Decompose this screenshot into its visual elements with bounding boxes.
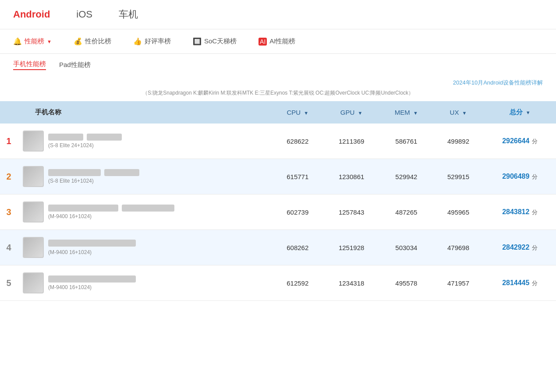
table-row[interactable]: 4(M-9400 16+1024)60826212519285030344796… <box>0 230 556 265</box>
mem-score: 495578 <box>380 265 433 301</box>
performance-icon: 🔔 <box>13 37 22 46</box>
mem-score: 586761 <box>380 124 433 159</box>
gpu-score: 1257843 <box>323 194 379 230</box>
cat-nav-soc[interactable]: 🔲 SoC天梯榜 <box>193 37 237 46</box>
ux-score: 499892 <box>433 124 484 159</box>
sub-nav-phone[interactable]: 手机性能榜 <box>13 60 46 70</box>
phone-spec: (M-9400 16+1024) <box>48 213 174 219</box>
gpu-score: 1234318 <box>323 265 379 301</box>
phone-spec: (S-8 Elite 24+1024) <box>48 142 122 148</box>
table-row[interactable]: 1(S-8 Elite 24+1024)62862212113695867614… <box>0 124 556 159</box>
value-icon: 💰 <box>74 37 82 46</box>
cpu-header[interactable]: CPU ▼ <box>272 101 323 124</box>
ux-sort-icon: ▼ <box>462 110 467 116</box>
category-navigation: 🔔 性能榜 ▼ 💰 性价比榜 👍 好评率榜 🔲 SoC天梯榜 AI AI性能榜 <box>0 29 556 54</box>
mem-sort-icon: ▼ <box>413 110 418 116</box>
detail-link[interactable]: 2024年10月Android设备性能榜详解 <box>453 79 543 86</box>
gpu-score: 1251928 <box>323 230 379 265</box>
ux-score: 479698 <box>433 230 484 265</box>
total-score: 2906489 分 <box>484 159 556 194</box>
phone-name-cell: (S-8 Elite 24+1024) <box>18 124 272 159</box>
soc-icon: 🔲 <box>193 37 202 46</box>
name-header: 手机名称 <box>18 101 272 124</box>
cat-nav-rating[interactable]: 👍 好评率榜 <box>133 37 171 46</box>
rank-cell: 3 <box>0 194 18 230</box>
total-sort-icon: ▼ <box>526 110 531 115</box>
phone-thumbnail <box>23 166 44 187</box>
chevron-down-icon: ▼ <box>47 39 52 44</box>
total-score: 2814445 分 <box>484 265 556 301</box>
mem-score: 487265 <box>380 194 433 230</box>
cat-nav-performance[interactable]: 🔔 性能榜 ▼ <box>13 37 52 46</box>
total-score: 2926644 分 <box>484 124 556 159</box>
phone-name-cell: (M-9400 16+1024) <box>18 194 272 230</box>
phone-name-cell: (M-9400 16+1024) <box>18 230 272 265</box>
mem-header[interactable]: MEM ▼ <box>380 101 433 124</box>
ux-score: 471957 <box>433 265 484 301</box>
rank-cell: 5 <box>0 265 18 301</box>
total-score: 2842922 分 <box>484 230 556 265</box>
cpu-score: 628622 <box>272 124 323 159</box>
phone-thumbnail <box>23 131 44 152</box>
cat-nav-performance-label: 性能榜 <box>25 37 44 46</box>
rank-header <box>0 101 18 124</box>
ranking-table: 手机名称 CPU ▼ GPU ▼ MEM ▼ UX ▼ 总 <box>0 101 556 301</box>
phone-spec: (S-8 Elite 16+1024) <box>48 178 139 184</box>
blurred-name <box>48 240 136 247</box>
rank-cell: 2 <box>0 159 18 194</box>
legend-text: （S:骁龙Snapdragon K:麒麟Kirin M:联发科MTK E:三星E… <box>0 88 556 101</box>
gpu-sort-icon: ▼ <box>358 110 363 116</box>
rating-icon: 👍 <box>133 37 142 46</box>
cpu-score: 615771 <box>272 159 323 194</box>
phone-name-cell: (M-9400 16+1024) <box>18 265 272 301</box>
blurred-name <box>104 169 139 176</box>
info-bar: 2024年10月Android设备性能榜详解 <box>0 76 556 88</box>
ai-icon: AI <box>259 38 267 46</box>
phone-thumbnail <box>23 272 44 293</box>
cat-nav-value-label: 性价比榜 <box>85 37 111 46</box>
blurred-name <box>48 169 101 176</box>
phone-spec: (M-9400 16+1024) <box>48 249 136 255</box>
table-header-row: 手机名称 CPU ▼ GPU ▼ MEM ▼ UX ▼ 总 <box>0 101 556 124</box>
ux-header[interactable]: UX ▼ <box>433 101 484 124</box>
phone-name-cell: (S-8 Elite 16+1024) <box>18 159 272 194</box>
phone-thumbnail <box>23 201 44 222</box>
sub-nav-pad[interactable]: Pad性能榜 <box>59 61 91 69</box>
phone-spec: (M-9400 16+1024) <box>48 284 136 290</box>
cpu-score: 612592 <box>272 265 323 301</box>
sub-navigation: 手机性能榜 Pad性能榜 <box>0 54 556 76</box>
mem-score: 503034 <box>380 230 433 265</box>
table-body: 1(S-8 Elite 24+1024)62862212113695867614… <box>0 124 556 301</box>
total-score: 2843812 分 <box>484 194 556 230</box>
ux-score: 495965 <box>433 194 484 230</box>
top-nav-car[interactable]: 车机 <box>119 8 138 21</box>
ux-score: 529915 <box>433 159 484 194</box>
top-nav-android[interactable]: Android <box>13 9 50 20</box>
top-nav-ios[interactable]: iOS <box>76 9 92 20</box>
table-row[interactable]: 3(M-9400 16+1024)60273912578434872654959… <box>0 194 556 230</box>
cat-nav-ai-label: AI性能榜 <box>269 37 295 46</box>
ranking-table-wrap: 手机名称 CPU ▼ GPU ▼ MEM ▼ UX ▼ 总 <box>0 101 556 314</box>
blurred-name <box>48 134 83 141</box>
table-row[interactable]: 5(M-9400 16+1024)61259212343184955784719… <box>0 265 556 301</box>
top-navigation: Android iOS 车机 <box>0 0 556 29</box>
blurred-name <box>48 275 136 283</box>
cpu-score: 602739 <box>272 194 323 230</box>
table-row[interactable]: 2(S-8 Elite 16+1024)61577112308615299425… <box>0 159 556 194</box>
rank-cell: 1 <box>0 124 18 159</box>
phone-thumbnail <box>23 237 44 258</box>
cpu-sort-icon: ▼ <box>304 110 308 116</box>
gpu-score: 1211369 <box>323 124 379 159</box>
gpu-header[interactable]: GPU ▼ <box>323 101 379 124</box>
rank-cell: 4 <box>0 230 18 265</box>
total-header[interactable]: 总分 ▼ <box>484 101 556 124</box>
blurred-name <box>122 205 174 212</box>
cat-nav-rating-label: 好评率榜 <box>145 37 171 46</box>
cat-nav-ai[interactable]: AI AI性能榜 <box>259 37 295 46</box>
blurred-name <box>87 134 122 141</box>
cat-nav-soc-label: SoC天梯榜 <box>204 37 237 46</box>
cat-nav-value[interactable]: 💰 性价比榜 <box>74 37 111 46</box>
cpu-score: 608262 <box>272 230 323 265</box>
gpu-score: 1230861 <box>323 159 379 194</box>
blurred-name <box>48 205 118 212</box>
